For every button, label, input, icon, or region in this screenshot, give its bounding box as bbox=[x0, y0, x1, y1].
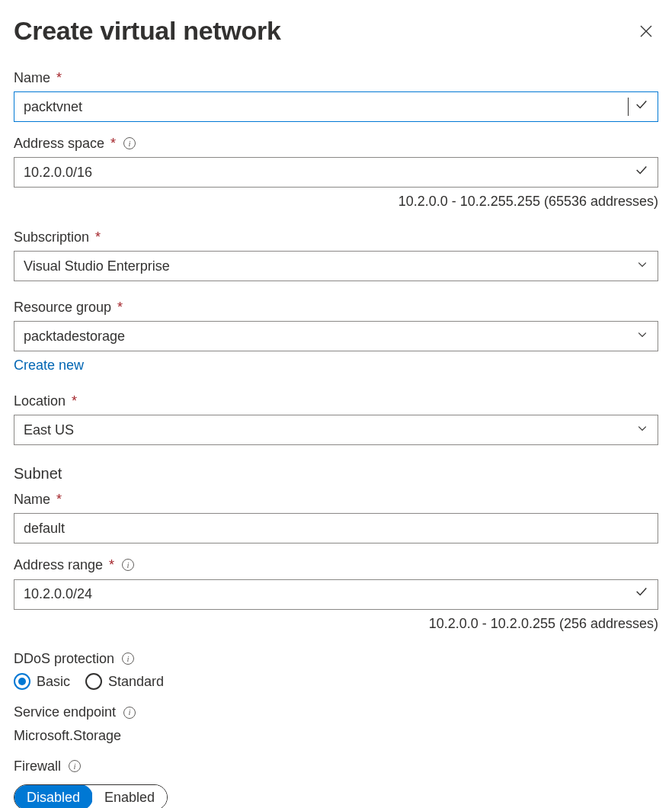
field-name: Name * packtvnet bbox=[14, 69, 658, 122]
chevron-down-icon bbox=[636, 421, 648, 439]
info-icon[interactable]: i bbox=[123, 707, 136, 719]
label-firewall: Firewall bbox=[14, 757, 61, 775]
chevron-down-icon bbox=[636, 257, 648, 275]
address-space-input-wrap[interactable]: 10.2.0.0/16 bbox=[14, 157, 658, 188]
label-service-endpoint: Service endpoint bbox=[14, 703, 116, 721]
service-endpoint-value: Microsoft.Storage bbox=[14, 726, 658, 745]
label-name: Name bbox=[14, 69, 50, 87]
radio-unselected-icon bbox=[85, 673, 102, 690]
check-icon bbox=[635, 163, 648, 181]
label-location: Location bbox=[14, 392, 66, 410]
required-icon: * bbox=[110, 134, 116, 152]
close-icon[interactable] bbox=[634, 19, 658, 43]
label-resource-group: Resource group bbox=[14, 298, 111, 316]
subnet-address-range-hint: 10.2.0.0 - 10.2.0.255 (256 addresses) bbox=[14, 614, 658, 633]
subnet-address-range-input-wrap[interactable]: 10.2.0.0/24 bbox=[14, 579, 658, 610]
field-subscription: Subscription * Visual Studio Enterprise bbox=[14, 228, 658, 281]
field-resource-group: Resource group * packtadestorage Create … bbox=[14, 298, 658, 375]
required-icon: * bbox=[117, 298, 123, 316]
required-icon: * bbox=[109, 556, 114, 574]
name-input[interactable]: packtvnet bbox=[24, 98, 629, 116]
field-subnet-name: Name * default bbox=[14, 490, 658, 543]
location-select[interactable]: East US bbox=[14, 415, 658, 445]
radio-selected-icon bbox=[14, 673, 30, 690]
field-address-space: Address space * i 10.2.0.0/16 10.2.0.0 -… bbox=[14, 134, 658, 211]
address-space-hint: 10.2.0.0 - 10.2.255.255 (65536 addresses… bbox=[14, 192, 658, 210]
ddos-option-standard-label: Standard bbox=[108, 672, 164, 691]
subnet-name-input-wrap[interactable]: default bbox=[14, 513, 658, 543]
info-icon[interactable]: i bbox=[122, 652, 134, 665]
required-icon: * bbox=[56, 69, 62, 87]
info-icon[interactable]: i bbox=[123, 137, 136, 149]
field-ddos: DDoS protection i Basic Standard bbox=[14, 649, 658, 691]
field-firewall: Firewall i Disabled Enabled bbox=[14, 757, 658, 808]
header: Create virtual network bbox=[14, 14, 658, 49]
page-title: Create virtual network bbox=[14, 14, 281, 49]
label-address-space: Address space bbox=[14, 134, 104, 152]
ddos-option-standard[interactable]: Standard bbox=[85, 672, 164, 691]
label-ddos: DDoS protection bbox=[14, 649, 114, 668]
name-input-wrap[interactable]: packtvnet bbox=[14, 91, 658, 122]
firewall-toggle: Disabled Enabled bbox=[14, 784, 168, 808]
firewall-toggle-disabled[interactable]: Disabled bbox=[14, 784, 93, 808]
section-subnet: Subnet bbox=[14, 463, 658, 484]
check-icon bbox=[635, 585, 648, 603]
label-subscription: Subscription bbox=[14, 228, 89, 246]
ddos-radio-group: Basic Standard bbox=[14, 672, 658, 691]
required-icon: * bbox=[95, 228, 101, 246]
check-icon bbox=[635, 98, 648, 116]
resource-group-value: packtadestorage bbox=[24, 327, 630, 345]
field-location: Location * East US bbox=[14, 392, 658, 445]
required-icon: * bbox=[56, 490, 62, 508]
info-icon[interactable]: i bbox=[69, 760, 81, 772]
subnet-address-range-input[interactable]: 10.2.0.0/24 bbox=[24, 585, 629, 603]
field-subnet-address-range: Address range * i 10.2.0.0/24 10.2.0.0 -… bbox=[14, 556, 658, 633]
ddos-option-basic[interactable]: Basic bbox=[14, 672, 70, 691]
location-value: East US bbox=[24, 421, 630, 439]
subnet-name-input[interactable]: default bbox=[24, 519, 648, 537]
required-icon: * bbox=[72, 392, 77, 410]
resource-group-select[interactable]: packtadestorage bbox=[14, 321, 658, 351]
info-icon[interactable]: i bbox=[122, 559, 134, 571]
create-new-link[interactable]: Create new bbox=[14, 356, 84, 374]
ddos-option-basic-label: Basic bbox=[37, 672, 70, 691]
field-service-endpoint: Service endpoint i Microsoft.Storage bbox=[14, 703, 658, 745]
chevron-down-icon bbox=[636, 327, 648, 345]
subscription-value: Visual Studio Enterprise bbox=[24, 257, 630, 275]
label-subnet-name: Name bbox=[14, 490, 50, 508]
firewall-toggle-enabled[interactable]: Enabled bbox=[92, 785, 167, 808]
label-subnet-address-range: Address range bbox=[14, 556, 103, 574]
address-space-input[interactable]: 10.2.0.0/16 bbox=[24, 163, 629, 181]
subscription-select[interactable]: Visual Studio Enterprise bbox=[14, 251, 658, 281]
